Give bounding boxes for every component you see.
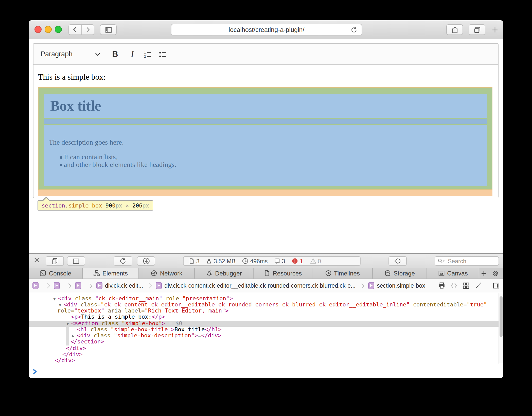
- bold-button[interactable]: B: [108, 47, 123, 61]
- box-title[interactable]: Box title: [50, 98, 101, 114]
- breadcrumb-item[interactable]: Ediv.ck.ck-edit...: [96, 282, 143, 289]
- dom-tree-row-selected[interactable]: ▼ <section class="simple-box"> = $0: [29, 320, 503, 327]
- dom-tree-row[interactable]: ▼ <div class="ck ck-editor__main" role="…: [29, 296, 503, 302]
- tab-canvas[interactable]: Canvas: [427, 268, 479, 278]
- chevron-left-icon: [72, 26, 78, 33]
- dom-tree-row[interactable]: ▶ <div class="simple-box-description">…<…: [29, 333, 503, 339]
- breadcrumb-item[interactable]: E: [75, 282, 84, 289]
- breadcrumb-item[interactable]: E: [54, 282, 62, 289]
- zoom-window-button[interactable]: [55, 26, 62, 33]
- tab-label: Storage: [394, 270, 415, 277]
- tab-console[interactable]: Console: [29, 268, 83, 278]
- gear-icon[interactable]: [492, 270, 499, 277]
- close-inspector-button[interactable]: [33, 257, 40, 263]
- tab-bar-extras: [479, 268, 503, 278]
- list-item[interactable]: and other block elements like headings.: [39, 161, 492, 168]
- tab-overview-button[interactable]: [469, 24, 485, 35]
- browser-window: localhost/creating-a-plugin/ Paragraph B…: [29, 20, 503, 378]
- svg-text:1: 1: [144, 50, 146, 54]
- element-badge: E: [156, 282, 162, 289]
- breadcrumb-action-icons: [438, 279, 500, 292]
- dom-tree-row[interactable]: role="textbox" aria-label="Rich Text Edi…: [29, 308, 503, 314]
- bulleted-list-button[interactable]: [155, 47, 170, 61]
- editor-toolbar: Paragraph B I 12: [33, 44, 498, 65]
- simple-box-highlight[interactable]: Box title The description goes here. It …: [38, 87, 492, 190]
- back-button[interactable]: [69, 25, 81, 34]
- error-count: 1: [300, 258, 303, 264]
- tab-storage[interactable]: Storage: [373, 268, 427, 278]
- forward-button[interactable]: [81, 25, 94, 34]
- crosshair-icon: [394, 257, 401, 265]
- numbered-list-button[interactable]: 12: [140, 47, 155, 61]
- browser-toolbar: localhost/creating-a-plugin/: [29, 20, 503, 40]
- sidebar-toggle-button[interactable]: [100, 24, 117, 35]
- breadcrumb-item-selected[interactable]: Esection.simple-box: [368, 282, 425, 289]
- box-description[interactable]: The description goes here.: [49, 138, 123, 147]
- split-view-button[interactable]: [67, 256, 85, 266]
- tab-network[interactable]: Network: [139, 268, 195, 278]
- new-tab-button[interactable]: [489, 24, 501, 35]
- warning-count: 0: [318, 258, 321, 264]
- resource-stats-bar[interactable]: 3 3.52 MB 496ms 3 1: [183, 256, 361, 266]
- numbered-list-icon: 12: [143, 50, 152, 58]
- italic-button[interactable]: I: [125, 47, 140, 61]
- sidebar-icon: [105, 26, 112, 33]
- tab-resources[interactable]: Resources: [254, 268, 312, 278]
- download-webarchive-button[interactable]: [137, 256, 155, 266]
- element-badge: E: [368, 282, 374, 289]
- reload-page-button[interactable]: [114, 256, 132, 266]
- tab-debugger[interactable]: Debugger: [195, 268, 254, 278]
- element-picker-button[interactable]: [388, 256, 407, 266]
- paragraph-style-dropdown[interactable]: Paragraph: [41, 50, 100, 58]
- dom-tree-row[interactable]: </div>: [29, 358, 503, 363]
- inspector-toolbar: 3 3.52 MB 496ms 3 1: [29, 254, 503, 268]
- close-window-button[interactable]: [34, 26, 42, 33]
- dock-side-button[interactable]: [46, 256, 64, 266]
- dom-tree-panel[interactable]: ▼ <div class="ck ck-editor__main" role="…: [29, 293, 503, 363]
- code-brackets-icon[interactable]: [450, 282, 457, 289]
- transfer-size-stat: 3.52 MB: [206, 258, 236, 264]
- breadcrumb-item[interactable]: E: [32, 282, 41, 289]
- box-bullet-list[interactable]: It can contain lists, and other block el…: [39, 154, 492, 168]
- load-time-stat: 496ms: [242, 258, 268, 264]
- dom-tree-row[interactable]: <h1 class="simple-box-title">Box title</…: [29, 327, 503, 333]
- console-prompt-row[interactable]: [29, 363, 503, 378]
- dom-tree-rows: ▼ <div class="ck ck-editor__main" role="…: [29, 296, 503, 363]
- dom-tree-row[interactable]: ▼ <div class="ck ck-content ck-editor__e…: [29, 302, 503, 308]
- minimize-window-button[interactable]: [45, 26, 52, 33]
- details-sidebar-icon[interactable]: [492, 282, 500, 289]
- scrollbar-thumb[interactable]: [500, 296, 503, 337]
- print-icon[interactable]: [438, 282, 445, 289]
- scrollbar[interactable]: [499, 293, 503, 363]
- paintbrush-icon[interactable]: [475, 282, 482, 289]
- reload-icon[interactable]: [350, 26, 358, 33]
- address-bar[interactable]: localhost/creating-a-plugin/: [171, 24, 362, 36]
- tab-label: Elements: [102, 270, 128, 277]
- intro-paragraph[interactable]: This is a simple box:: [38, 73, 106, 82]
- dom-tree-row[interactable]: <p>This is a simple box:</p>: [29, 314, 503, 321]
- database-icon: [384, 270, 391, 277]
- add-tab-button[interactable]: [481, 270, 487, 276]
- box-title-content-highlight: [44, 94, 487, 118]
- breadcrumb-item[interactable]: Ediv.ck.ck-content.ck-editor__editable.c…: [156, 282, 356, 289]
- resources-stat: 3: [189, 258, 200, 264]
- box-title-margin-highlight: [44, 118, 487, 124]
- tab-elements[interactable]: Elements: [83, 268, 139, 278]
- dom-tree-row[interactable]: </div>: [29, 352, 503, 358]
- clock-icon: [242, 258, 249, 264]
- inspector-search-field[interactable]: [435, 256, 499, 266]
- dom-tree-row[interactable]: </section>: [29, 339, 503, 345]
- search-input[interactable]: [447, 257, 493, 265]
- tab-timelines[interactable]: Timelines: [312, 268, 373, 278]
- chevron-down-icon: [95, 52, 100, 56]
- list-item[interactable]: It can contain lists,: [39, 154, 492, 161]
- inspector-tab-bar: Console Elements Network Debugger Resour…: [29, 268, 503, 279]
- editor-content[interactable]: This is a simple box: Box title The desc…: [33, 65, 498, 198]
- dom-tree-row[interactable]: </div>: [29, 345, 503, 352]
- tab-label: Console: [49, 270, 71, 277]
- grid-icon[interactable]: [463, 282, 470, 289]
- share-button[interactable]: [446, 24, 463, 35]
- console-icon: [40, 270, 46, 277]
- plus-icon: [492, 27, 498, 33]
- inspector-tooltip: section.simple-box 900px × 206px: [38, 200, 153, 211]
